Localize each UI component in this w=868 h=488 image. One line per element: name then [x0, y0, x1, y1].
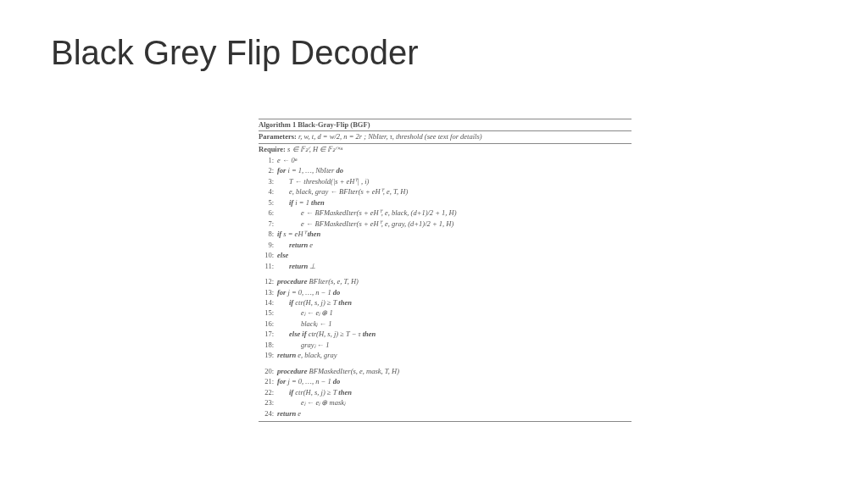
algorithm-line: 15:eⱼ ← eⱼ ⊕ 1: [259, 308, 632, 319]
algorithm-line: 18:grayⱼ ← 1: [259, 340, 632, 350]
algorithm-line: 24:return e: [259, 408, 632, 419]
procedure-bfmaskediter: 20:procedure BFMaskedIter(s, e, mask, T,…: [259, 366, 632, 419]
algorithm-line: 16:blackⱼ ← 1: [259, 319, 632, 329]
algorithm-line: 2:for i = 1, …, NbIter do: [259, 166, 632, 176]
algorithm-line: 22:if ctr(H, s, j) ≥ T then: [259, 387, 632, 397]
algorithm-line: 3:T ← threshold(|s + eHᵀ| , i): [259, 176, 632, 186]
procedure-bfiter: 12:procedure BFIter(s, e, T, H)13:for j …: [259, 277, 632, 362]
algorithm-body: 1:e ← 0ⁿ2:for i = 1, …, NbIter do3:T ← t…: [259, 155, 632, 271]
algorithm-line: 20:procedure BFMaskedIter(s, e, mask, T,…: [259, 366, 632, 376]
algorithm-line: 14:if ctr(H, s, j) ≥ T then: [259, 298, 632, 308]
algorithm-line: 19:return e, black, gray: [259, 351, 632, 361]
algorithm-line: 17:else if ctr(H, s, j) ≥ T − τ then: [259, 330, 632, 340]
algorithm-header: Algorithm 1 Black-Gray-Flip (BGF): [259, 119, 632, 131]
algorithm-line: 7:e ← BFMaskedIter(s + eHᵀ, e, gray, (d+…: [259, 219, 632, 229]
algorithm-line: 21:for j = 0, …, n − 1 do: [259, 377, 632, 387]
algorithm-parameters: Parameters: r, w, t, d = w/2, n = 2r ; N…: [259, 131, 632, 143]
algorithm-line: 12:procedure BFIter(s, e, T, H): [259, 277, 632, 287]
algorithm-line: 10:else: [259, 251, 632, 261]
algorithm-block: Algorithm 1 Black-Gray-Flip (BGF) Parame…: [259, 119, 632, 422]
algorithm-require: Require: s ∈ 𝔽₂ʳ, H ∈ 𝔽₂ʳˣⁿ: [259, 144, 632, 155]
algorithm-line: 5:if i = 1 then: [259, 197, 632, 208]
algorithm-line: 4:e, black, gray ← BFIter(s + eHᵀ, e, T,…: [259, 187, 632, 197]
slide-title: Black Grey Flip Decoder: [51, 34, 418, 72]
algorithm-line: 9:return e: [259, 240, 632, 250]
algorithm-line: 23:eⱼ ← eⱼ ⊕ maskⱼ: [259, 398, 632, 408]
algorithm-line: 6:e ← BFMaskedIter(s + eHᵀ, e, black, (d…: [259, 208, 632, 219]
algorithm-line: 11:return ⊥: [259, 261, 632, 271]
algorithm-line: 13:for j = 0, …, n − 1 do: [259, 287, 632, 297]
algorithm-line: 1:e ← 0ⁿ: [259, 155, 632, 165]
algorithm-line: 8:if s = eHᵀ then: [259, 230, 632, 240]
